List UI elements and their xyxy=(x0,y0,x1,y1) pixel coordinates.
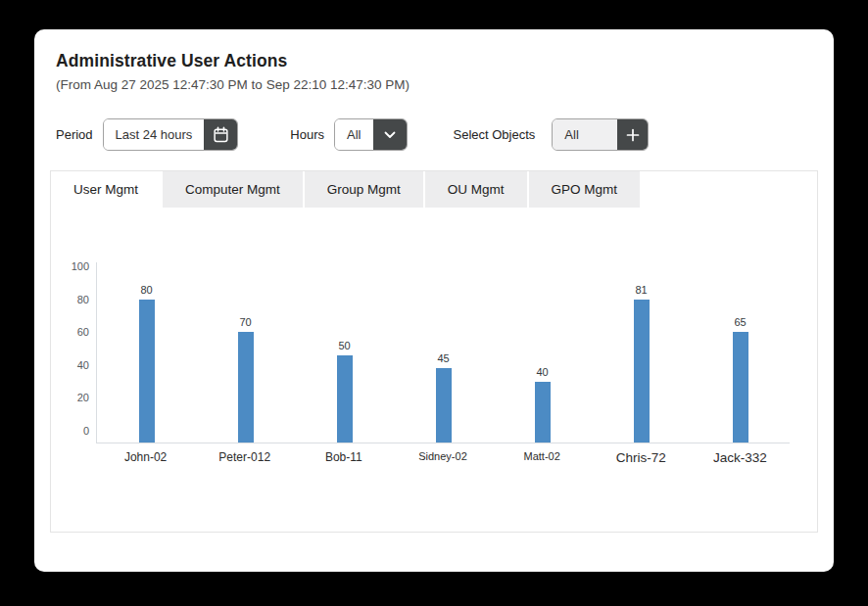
bar-john-02[interactable] xyxy=(139,300,155,443)
x-axis-label: Chris-72 xyxy=(592,450,691,465)
bar-peter-012[interactable] xyxy=(238,332,254,443)
y-axis-tick: 0 xyxy=(54,424,89,438)
calendar-button[interactable] xyxy=(204,119,237,150)
bar-value-label: 40 xyxy=(493,366,592,378)
tab-computer-mgmt[interactable]: Computer Mgmt xyxy=(163,171,303,208)
chevron-down-icon xyxy=(383,129,397,141)
report-panel: User MgmtComputer MgmtGroup MgmtOU MgmtG… xyxy=(50,170,818,533)
bar-column: 50 xyxy=(295,262,394,443)
bar-column: 40 xyxy=(493,262,592,443)
x-axis-label: Matt-02 xyxy=(493,450,592,465)
x-axis-label: Sidney-02 xyxy=(393,450,492,465)
x-axis-label: Bob-11 xyxy=(294,450,393,465)
bar-column: 81 xyxy=(592,262,691,443)
bar-value-label: 81 xyxy=(592,284,691,296)
bar-column: 65 xyxy=(691,262,790,443)
tab-gpo-mgmt[interactable]: GPO Mgmt xyxy=(529,171,641,208)
hours-dropdown-button[interactable] xyxy=(373,119,407,150)
page-subtitle: (From Aug 27 2025 12:47:30 PM to Sep 22:… xyxy=(56,77,812,92)
tab-user-mgmt[interactable]: User Mgmt xyxy=(51,171,161,208)
page-title: Administrative User Actions xyxy=(56,51,812,71)
tab-strip: User MgmtComputer MgmtGroup MgmtOU MgmtG… xyxy=(51,171,817,208)
bar-chart: 02040608010080705045408165 John-02Peter-… xyxy=(51,262,817,465)
y-axis-tick: 60 xyxy=(54,325,89,339)
x-axis-label: John-02 xyxy=(96,450,195,465)
select-objects-field[interactable]: All xyxy=(552,118,649,151)
period-field[interactable]: Last 24 hours xyxy=(103,118,239,151)
y-axis-tick: 20 xyxy=(54,391,89,404)
plot-area: 02040608010080705045408165 xyxy=(96,262,790,443)
x-axis-label: Jack-332 xyxy=(691,450,790,465)
y-axis-tick: 80 xyxy=(54,293,89,306)
x-label-row: John-02Peter-012Bob-11Sidney-02Matt-02Ch… xyxy=(96,450,790,465)
select-objects-value[interactable]: All xyxy=(553,119,617,150)
period-value[interactable]: Last 24 hours xyxy=(104,119,205,150)
bar-matt-02[interactable] xyxy=(535,382,551,443)
y-axis-tick: 40 xyxy=(54,358,89,372)
bar-jack-332[interactable] xyxy=(733,332,748,443)
bar-column: 45 xyxy=(394,262,493,443)
bar-value-label: 65 xyxy=(691,316,790,328)
tab-ou-mgmt[interactable]: OU Mgmt xyxy=(425,171,527,208)
header: Administrative User Actions (From Aug 27… xyxy=(50,49,818,92)
tab-group-mgmt[interactable]: Group Mgmt xyxy=(305,171,423,208)
bar-value-label: 80 xyxy=(97,284,196,296)
plus-icon xyxy=(626,128,640,142)
bar-sidney-02[interactable] xyxy=(436,368,452,443)
bar-bob-11[interactable] xyxy=(337,355,353,443)
hours-label: Hours xyxy=(290,127,324,142)
controls-row: Period Last 24 hours Hours All xyxy=(50,118,818,151)
hours-field[interactable]: All xyxy=(334,118,407,151)
bar-column: 70 xyxy=(196,262,295,443)
calendar-icon xyxy=(213,126,229,143)
bar-value-label: 50 xyxy=(295,340,394,351)
dashboard-card: Administrative User Actions (From Aug 27… xyxy=(34,29,834,572)
bar-value-label: 45 xyxy=(394,352,493,364)
bar-chris-72[interactable] xyxy=(634,300,650,443)
add-objects-button[interactable] xyxy=(617,119,648,150)
y-axis-tick: 100 xyxy=(54,259,89,273)
bar-value-label: 70 xyxy=(196,316,295,328)
hours-value[interactable]: All xyxy=(335,119,372,150)
select-objects-label: Select Objects xyxy=(454,127,536,142)
bar-column: 80 xyxy=(97,262,196,443)
x-axis-label: Peter-012 xyxy=(195,450,294,465)
period-label: Period xyxy=(56,127,93,142)
